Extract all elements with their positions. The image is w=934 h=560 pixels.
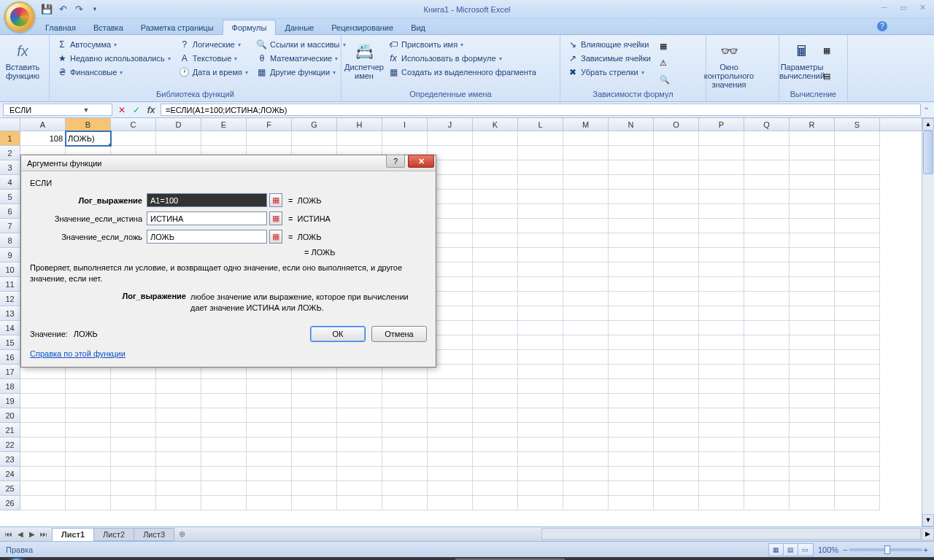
row-header[interactable]: 21: [0, 423, 20, 438]
cell[interactable]: [654, 262, 699, 277]
calc-sheet-icon[interactable]: ▤: [823, 71, 830, 81]
row-header[interactable]: 6: [0, 204, 20, 219]
cell[interactable]: [609, 248, 654, 262]
cell[interactable]: [699, 423, 744, 438]
column-header[interactable]: L: [518, 118, 563, 131]
cell[interactable]: [699, 204, 744, 219]
cell[interactable]: [292, 467, 337, 481]
cell[interactable]: [699, 467, 744, 481]
cell[interactable]: [382, 379, 428, 394]
cell[interactable]: [654, 423, 699, 438]
column-header[interactable]: J: [428, 118, 473, 131]
cell[interactable]: [609, 160, 654, 175]
cell[interactable]: [518, 160, 563, 175]
cell[interactable]: [790, 160, 835, 175]
redo-icon[interactable]: ↷: [73, 4, 85, 15]
cell[interactable]: [790, 350, 835, 365]
cell[interactable]: [473, 248, 518, 262]
cell[interactable]: [473, 481, 518, 496]
cell[interactable]: [66, 438, 111, 452]
sheet-nav-prev-icon[interactable]: ◀: [15, 530, 26, 538]
cell[interactable]: [247, 438, 292, 452]
cell[interactable]: [156, 467, 201, 481]
cell[interactable]: [518, 467, 563, 481]
text-button[interactable]: AТекстовые: [177, 52, 251, 65]
cell[interactable]: [609, 277, 654, 292]
cell[interactable]: [699, 277, 744, 292]
financial-button[interactable]: ₴Финансовые: [54, 66, 174, 79]
cell[interactable]: [609, 365, 654, 379]
row-header[interactable]: 14: [0, 321, 20, 335]
cell[interactable]: [835, 379, 880, 394]
scroll-up-icon[interactable]: ▲: [922, 118, 934, 131]
dialog-title-bar[interactable]: Аргументы функции ? ✕: [21, 155, 436, 171]
formula-input[interactable]: =ЕСЛИ(A1=100;ИСТИНА;ЛОЖЬ): [161, 104, 921, 116]
cell[interactable]: [609, 408, 654, 423]
cell[interactable]: [744, 350, 790, 365]
cell[interactable]: [790, 438, 835, 452]
cell[interactable]: [247, 423, 292, 438]
column-header[interactable]: I: [382, 118, 428, 131]
cell[interactable]: [563, 408, 609, 423]
cell[interactable]: [518, 379, 563, 394]
row-header[interactable]: 11: [0, 277, 20, 292]
cell[interactable]: [473, 175, 518, 190]
row-header[interactable]: 12: [0, 292, 20, 306]
cell[interactable]: [744, 452, 790, 467]
cell[interactable]: [790, 423, 835, 438]
cell[interactable]: [699, 190, 744, 204]
sheet-nav-first-icon[interactable]: ⏮: [3, 530, 15, 538]
cell[interactable]: [473, 190, 518, 204]
tab-рецензирование[interactable]: Рецензирование: [323, 20, 402, 34]
cell[interactable]: [609, 219, 654, 233]
cell[interactable]: [563, 248, 609, 262]
cell[interactable]: [201, 408, 247, 423]
cell[interactable]: [609, 204, 654, 219]
scroll-down-icon[interactable]: ▼: [922, 514, 934, 526]
row-header[interactable]: 19: [0, 394, 20, 408]
row-header[interactable]: 2: [0, 146, 20, 160]
cell[interactable]: [111, 379, 156, 394]
cell[interactable]: [609, 496, 654, 510]
trace-precedents-button[interactable]: ↘Влияющие ячейки: [565, 38, 654, 51]
cell[interactable]: [563, 423, 609, 438]
cell[interactable]: [654, 452, 699, 467]
cell[interactable]: [156, 496, 201, 510]
undo-icon[interactable]: ↶: [57, 4, 69, 15]
cell[interactable]: [518, 423, 563, 438]
cell[interactable]: [201, 452, 247, 467]
row-header[interactable]: 8: [0, 233, 20, 248]
cell[interactable]: [473, 379, 518, 394]
cell[interactable]: [66, 408, 111, 423]
enter-formula-icon[interactable]: ✓: [130, 105, 143, 115]
cell[interactable]: [563, 438, 609, 452]
row-header[interactable]: 26: [0, 496, 20, 510]
cell[interactable]: [835, 365, 880, 379]
cell[interactable]: [790, 335, 835, 350]
cell[interactable]: [744, 277, 790, 292]
cell[interactable]: [382, 394, 428, 408]
cell[interactable]: [518, 131, 563, 146]
cell[interactable]: [428, 467, 473, 481]
cell[interactable]: [563, 467, 609, 481]
trace-dependents-button[interactable]: ↗Зависимые ячейки: [565, 52, 654, 65]
qat-customize-icon[interactable]: ▼: [89, 4, 101, 15]
cell[interactable]: [563, 321, 609, 335]
cell[interactable]: [835, 146, 880, 160]
cell[interactable]: [563, 350, 609, 365]
cell[interactable]: [20, 408, 66, 423]
cell[interactable]: [563, 262, 609, 277]
cell[interactable]: [518, 306, 563, 321]
cell[interactable]: [744, 292, 790, 306]
cell[interactable]: [473, 408, 518, 423]
cell[interactable]: [337, 496, 382, 510]
row-header[interactable]: 16: [0, 350, 20, 365]
cell[interactable]: [156, 131, 201, 146]
cell[interactable]: [654, 175, 699, 190]
save-icon[interactable]: 💾: [41, 4, 53, 15]
cell[interactable]: [563, 204, 609, 219]
cell[interactable]: [790, 190, 835, 204]
create-from-selection-button[interactable]: ▦Создать из выделенного фрагмента: [385, 66, 539, 79]
cell[interactable]: [609, 131, 654, 146]
cell[interactable]: [292, 408, 337, 423]
